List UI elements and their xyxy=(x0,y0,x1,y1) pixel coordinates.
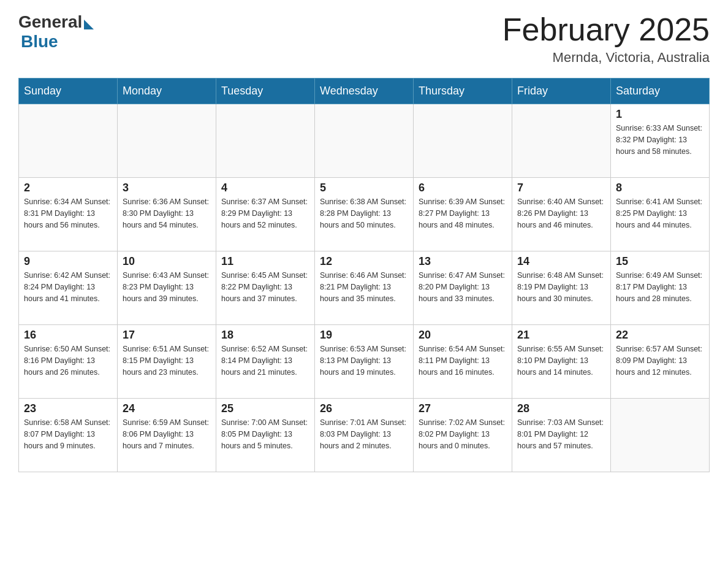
calendar-cell: 2Sunrise: 6:34 AM Sunset: 8:31 PM Daylig… xyxy=(19,178,118,251)
day-number: 16 xyxy=(24,329,112,342)
page-header: General Blue February 2025 Mernda, Victo… xyxy=(18,12,710,66)
weekday-header-wednesday: Wednesday xyxy=(315,79,414,104)
weekday-header-thursday: Thursday xyxy=(414,79,512,104)
day-number: 19 xyxy=(320,329,408,342)
weekday-header-tuesday: Tuesday xyxy=(216,79,315,104)
day-number: 26 xyxy=(320,402,408,415)
calendar-cell: 11Sunrise: 6:45 AM Sunset: 8:22 PM Dayli… xyxy=(216,251,315,325)
calendar-cell: 28Sunrise: 7:03 AM Sunset: 8:01 PM Dayli… xyxy=(512,399,611,472)
day-number: 17 xyxy=(123,329,211,342)
day-info: Sunrise: 7:02 AM Sunset: 8:02 PM Dayligh… xyxy=(419,417,507,451)
day-info: Sunrise: 6:54 AM Sunset: 8:11 PM Dayligh… xyxy=(419,343,507,378)
day-info: Sunrise: 6:57 AM Sunset: 8:09 PM Dayligh… xyxy=(616,343,704,378)
day-info: Sunrise: 6:58 AM Sunset: 8:07 PM Dayligh… xyxy=(24,417,112,451)
calendar-cell: 4Sunrise: 6:37 AM Sunset: 8:29 PM Daylig… xyxy=(216,178,315,251)
day-info: Sunrise: 6:36 AM Sunset: 8:30 PM Dayligh… xyxy=(123,196,211,231)
day-info: Sunrise: 6:59 AM Sunset: 8:06 PM Dayligh… xyxy=(123,417,211,451)
calendar-cell xyxy=(611,399,710,472)
calendar-cell: 9Sunrise: 6:42 AM Sunset: 8:24 PM Daylig… xyxy=(19,251,118,325)
calendar-cell: 7Sunrise: 6:40 AM Sunset: 8:26 PM Daylig… xyxy=(512,178,611,251)
calendar-cell: 10Sunrise: 6:43 AM Sunset: 8:23 PM Dayli… xyxy=(118,251,216,325)
day-number: 15 xyxy=(616,255,704,268)
day-info: Sunrise: 6:38 AM Sunset: 8:28 PM Dayligh… xyxy=(320,196,408,231)
calendar-subtitle: Mernda, Victoria, Australia xyxy=(502,50,710,66)
week-row-2: 9Sunrise: 6:42 AM Sunset: 8:24 PM Daylig… xyxy=(19,251,710,325)
day-number: 28 xyxy=(517,402,605,415)
day-number: 2 xyxy=(24,182,112,194)
logo: General Blue xyxy=(18,12,94,52)
calendar-cell xyxy=(414,104,512,178)
day-number: 18 xyxy=(221,329,309,342)
weekday-header-saturday: Saturday xyxy=(611,79,710,104)
day-info: Sunrise: 7:00 AM Sunset: 8:05 PM Dayligh… xyxy=(221,417,309,451)
day-info: Sunrise: 6:49 AM Sunset: 8:17 PM Dayligh… xyxy=(616,270,704,304)
calendar-cell: 14Sunrise: 6:48 AM Sunset: 8:19 PM Dayli… xyxy=(512,251,611,325)
calendar-cell: 16Sunrise: 6:50 AM Sunset: 8:16 PM Dayli… xyxy=(19,325,118,399)
calendar-cell: 15Sunrise: 6:49 AM Sunset: 8:17 PM Dayli… xyxy=(611,251,710,325)
title-section: February 2025 Mernda, Victoria, Australi… xyxy=(502,12,710,66)
calendar-cell xyxy=(19,104,118,178)
day-number: 20 xyxy=(419,329,507,342)
logo-general-text: General xyxy=(18,12,82,32)
day-info: Sunrise: 6:45 AM Sunset: 8:22 PM Dayligh… xyxy=(221,270,309,304)
calendar-table: SundayMondayTuesdayWednesdayThursdayFrid… xyxy=(18,78,710,472)
day-info: Sunrise: 6:43 AM Sunset: 8:23 PM Dayligh… xyxy=(123,270,211,304)
calendar-cell xyxy=(315,104,414,178)
day-number: 8 xyxy=(616,182,704,194)
calendar-cell: 18Sunrise: 6:52 AM Sunset: 8:14 PM Dayli… xyxy=(216,325,315,399)
weekday-header-sunday: Sunday xyxy=(19,79,118,104)
day-info: Sunrise: 6:40 AM Sunset: 8:26 PM Dayligh… xyxy=(517,196,605,231)
day-info: Sunrise: 6:34 AM Sunset: 8:31 PM Dayligh… xyxy=(24,196,112,231)
calendar-cell: 5Sunrise: 6:38 AM Sunset: 8:28 PM Daylig… xyxy=(315,178,414,251)
day-info: Sunrise: 6:53 AM Sunset: 8:13 PM Dayligh… xyxy=(320,343,408,378)
day-info: Sunrise: 6:47 AM Sunset: 8:20 PM Dayligh… xyxy=(419,270,507,304)
weekday-header-row: SundayMondayTuesdayWednesdayThursdayFrid… xyxy=(19,79,710,104)
week-row-3: 16Sunrise: 6:50 AM Sunset: 8:16 PM Dayli… xyxy=(19,325,710,399)
day-number: 14 xyxy=(517,255,605,268)
week-row-4: 23Sunrise: 6:58 AM Sunset: 8:07 PM Dayli… xyxy=(19,399,710,472)
calendar-cell: 26Sunrise: 7:01 AM Sunset: 8:03 PM Dayli… xyxy=(315,399,414,472)
day-number: 11 xyxy=(221,255,309,268)
day-number: 5 xyxy=(320,182,408,194)
calendar-cell xyxy=(216,104,315,178)
logo-blue-text: Blue xyxy=(18,32,94,52)
calendar-cell: 13Sunrise: 6:47 AM Sunset: 8:20 PM Dayli… xyxy=(414,251,512,325)
calendar-cell: 8Sunrise: 6:41 AM Sunset: 8:25 PM Daylig… xyxy=(611,178,710,251)
day-info: Sunrise: 6:41 AM Sunset: 8:25 PM Dayligh… xyxy=(616,196,704,231)
day-number: 3 xyxy=(123,182,211,194)
weekday-header-friday: Friday xyxy=(512,79,611,104)
week-row-0: 1Sunrise: 6:33 AM Sunset: 8:32 PM Daylig… xyxy=(19,104,710,178)
day-number: 21 xyxy=(517,329,605,342)
day-number: 1 xyxy=(616,108,704,121)
day-info: Sunrise: 6:50 AM Sunset: 8:16 PM Dayligh… xyxy=(24,343,112,378)
calendar-cell: 21Sunrise: 6:55 AM Sunset: 8:10 PM Dayli… xyxy=(512,325,611,399)
day-info: Sunrise: 6:52 AM Sunset: 8:14 PM Dayligh… xyxy=(221,343,309,378)
day-number: 12 xyxy=(320,255,408,268)
day-number: 13 xyxy=(419,255,507,268)
calendar-cell xyxy=(118,104,216,178)
day-number: 10 xyxy=(123,255,211,268)
calendar-cell: 23Sunrise: 6:58 AM Sunset: 8:07 PM Dayli… xyxy=(19,399,118,472)
day-number: 6 xyxy=(419,182,507,194)
day-number: 27 xyxy=(419,402,507,415)
day-number: 25 xyxy=(221,402,309,415)
day-info: Sunrise: 6:48 AM Sunset: 8:19 PM Dayligh… xyxy=(517,270,605,304)
day-info: Sunrise: 7:01 AM Sunset: 8:03 PM Dayligh… xyxy=(320,417,408,451)
calendar-cell: 25Sunrise: 7:00 AM Sunset: 8:05 PM Dayli… xyxy=(216,399,315,472)
day-info: Sunrise: 6:39 AM Sunset: 8:27 PM Dayligh… xyxy=(419,196,507,231)
day-number: 24 xyxy=(123,402,211,415)
calendar-cell: 20Sunrise: 6:54 AM Sunset: 8:11 PM Dayli… xyxy=(414,325,512,399)
logo-triangle-icon xyxy=(84,20,94,29)
calendar-cell: 1Sunrise: 6:33 AM Sunset: 8:32 PM Daylig… xyxy=(611,104,710,178)
calendar-cell: 6Sunrise: 6:39 AM Sunset: 8:27 PM Daylig… xyxy=(414,178,512,251)
calendar-cell: 19Sunrise: 6:53 AM Sunset: 8:13 PM Dayli… xyxy=(315,325,414,399)
day-info: Sunrise: 6:33 AM Sunset: 8:32 PM Dayligh… xyxy=(616,123,704,157)
day-info: Sunrise: 6:55 AM Sunset: 8:10 PM Dayligh… xyxy=(517,343,605,378)
day-number: 9 xyxy=(24,255,112,268)
day-number: 22 xyxy=(616,329,704,342)
day-info: Sunrise: 6:51 AM Sunset: 8:15 PM Dayligh… xyxy=(123,343,211,378)
calendar-cell xyxy=(512,104,611,178)
week-row-1: 2Sunrise: 6:34 AM Sunset: 8:31 PM Daylig… xyxy=(19,178,710,251)
calendar-title: February 2025 xyxy=(502,12,710,47)
day-info: Sunrise: 6:46 AM Sunset: 8:21 PM Dayligh… xyxy=(320,270,408,304)
